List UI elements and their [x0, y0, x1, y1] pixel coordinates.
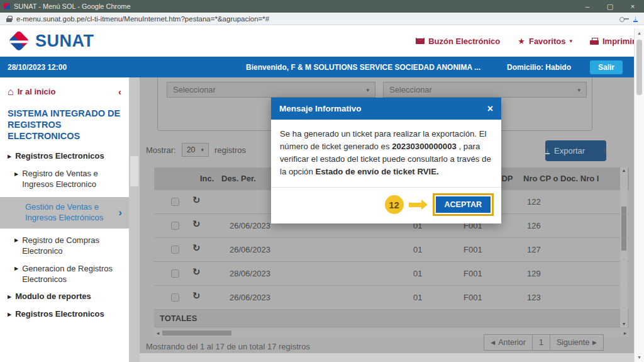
- sidebar-item-registro-ventas-ingresos[interactable]: ▶ Registro de Ventas e Ingresos Electron…: [0, 169, 129, 190]
- cell-nro: 129: [527, 269, 541, 278]
- table-row: ↻ 28/06/2023 01 F001 129: [154, 262, 629, 286]
- url-text[interactable]: e-menu.sunat.gob.pe/cl-ti-itmenu/MenuInt…: [16, 15, 269, 23]
- table-scrollbar-thumb[interactable]: [621, 206, 626, 251]
- browser-titlebar: SUNAT - Menú SOL - Google Chrome – ▢ ×: [0, 0, 644, 13]
- accept-highlight-ring: ACEPTAR: [433, 193, 494, 216]
- chevron-right-icon: ›: [118, 206, 122, 220]
- cell-serie: F001: [464, 269, 482, 278]
- page-bottom-strip: [140, 353, 634, 362]
- refresh-icon[interactable]: ↻: [192, 195, 201, 205]
- key-icon[interactable]: [619, 16, 629, 21]
- sidebar-item-label: Generacion de Registros Electronicos: [22, 264, 123, 285]
- cell-periodo: 01: [413, 269, 422, 278]
- siguiente-label: Siguiente: [557, 338, 589, 347]
- sidebar-item-label: Modulo de reportes: [15, 291, 91, 302]
- column-header-inc: Inc.: [200, 174, 214, 183]
- refresh-icon[interactable]: ↻: [192, 219, 201, 229]
- restore-button[interactable]: ▢: [599, 0, 621, 13]
- page-scrollbar[interactable]: ▴ ▾: [634, 28, 644, 362]
- triangle-right-icon: ▶: [14, 171, 18, 178]
- chevron-down-icon: ▾: [569, 38, 572, 44]
- table-row: ↻ 26/06/2023 01 F001 127: [154, 238, 629, 262]
- row-checkbox[interactable]: [171, 293, 179, 302]
- sunat-logo[interactable]: SUNAT: [9, 31, 94, 51]
- sidebar-item-registros-electronicos[interactable]: ▶ Registros Electronicos: [0, 151, 129, 162]
- scroll-down-icon[interactable]: ▾: [635, 354, 644, 360]
- url-bar[interactable]: e-menu.sunat.gob.pe/cl-ti-itmenu/MenuInt…: [0, 13, 644, 25]
- siguiente-button[interactable]: Siguiente ▶: [550, 334, 604, 351]
- table-row: ↻ 26/06/2023 01 F001 123: [154, 286, 629, 310]
- filter-select-2[interactable]: Seleccionar ▾: [383, 82, 587, 98]
- scroll-down-icon[interactable]: ▾: [620, 321, 628, 327]
- domicilio-status: Domicilio: Habido: [507, 63, 571, 72]
- sidebar-item-generacion-registros[interactable]: ▶ Generacion de Registros Electronicos: [0, 264, 129, 285]
- anterior-button[interactable]: ◀ Anterior: [484, 334, 533, 351]
- buzon-label: Buzón Electrónico: [428, 37, 500, 46]
- printer-icon: [590, 38, 599, 45]
- sidebar-item-registro-compras[interactable]: ▶ Registro de Compras Electronico: [0, 235, 129, 257]
- horizontal-scrollbar-thumb[interactable]: [162, 331, 231, 336]
- cell-date: 28/06/2023: [230, 269, 270, 278]
- download-icon[interactable]: ↓: [633, 15, 638, 22]
- lock-icon: [6, 16, 12, 22]
- column-header-des-per: Des. Per.: [221, 174, 256, 183]
- sidebar: ⌂ Ir al inicio ‹ SISTEMA INTEGRADO DE RE…: [0, 77, 129, 362]
- cell-date: 26/06/2023: [230, 221, 270, 230]
- favoritos-menu[interactable]: ★ Favoritos ▾: [518, 37, 572, 46]
- minimize-button[interactable]: –: [576, 0, 599, 13]
- refresh-icon[interactable]: ↻: [192, 267, 201, 276]
- favoritos-label: Favoritos: [529, 37, 566, 46]
- row-checkbox[interactable]: [171, 198, 179, 206]
- sidebar-scrollbar[interactable]: [129, 77, 140, 362]
- scroll-left-icon[interactable]: ◂: [154, 330, 162, 336]
- home-icon: ⌂: [8, 88, 14, 96]
- refresh-icon[interactable]: ↻: [192, 243, 201, 252]
- scroll-up-icon[interactable]: ▴: [635, 30, 644, 36]
- table-vertical-scrollbar[interactable]: ▴ ▾: [620, 167, 628, 327]
- row-checkbox[interactable]: [171, 222, 179, 230]
- row-checkbox[interactable]: [171, 246, 179, 254]
- modal-close-icon[interactable]: ×: [487, 104, 493, 114]
- scroll-right-icon[interactable]: ▸: [621, 330, 629, 336]
- cell-nro: 122: [527, 197, 541, 206]
- cell-date: 26/06/2023: [230, 293, 270, 302]
- page-number-button[interactable]: 1: [533, 334, 550, 351]
- triangle-right-icon: ▶: [14, 237, 18, 244]
- modal-title: Mensaje Informativo: [279, 104, 362, 113]
- scroll-up-icon[interactable]: ▴: [620, 167, 628, 174]
- imprimir-link[interactable]: Imprimir: [590, 37, 635, 46]
- exportar-button[interactable]: ↓ Exportar ▾: [545, 140, 606, 161]
- mostrar-label: Mostrar:: [146, 145, 176, 155]
- welcome-text: Bienvenido, F & M SOLUTIONS SERVICE SOCI…: [246, 63, 480, 72]
- sidebar-item-modulo-reportes[interactable]: ▶ Modulo de reportes: [0, 291, 129, 302]
- triangle-right-icon: ▶: [14, 266, 18, 272]
- exportar-label: Exportar: [554, 146, 585, 156]
- salir-button[interactable]: Salir: [590, 60, 623, 74]
- row-checkbox[interactable]: [171, 269, 179, 278]
- triangle-right-icon: ▶: [8, 312, 11, 318]
- sidebar-item-gestion-ventas-active[interactable]: Gestión de Ventas e Ingresos Electrónico…: [0, 197, 129, 229]
- sunat-logo-text: SUNAT: [35, 31, 94, 51]
- refresh-icon[interactable]: ↻: [192, 291, 201, 300]
- cell-serie: F001: [464, 293, 482, 302]
- collapse-sidebar-icon[interactable]: ‹: [118, 86, 121, 97]
- ticket-number: 20230300000003: [392, 142, 457, 151]
- modal-text-bold: Estado de envío de ticket RVIE.: [315, 167, 438, 176]
- cell-serie: F001: [464, 245, 482, 254]
- sidebar-scrollbar-thumb[interactable]: [130, 156, 138, 186]
- sidebar-item-registros-electronicos-2[interactable]: ▶ Registros Electronicos: [0, 309, 129, 320]
- page-size-select[interactable]: 20 ▾: [182, 143, 209, 157]
- sunat-favicon-icon: [4, 3, 10, 9]
- prev-arrow-icon: ◀: [491, 339, 495, 346]
- page-scrollbar-thumb[interactable]: [636, 40, 642, 95]
- close-button[interactable]: ×: [621, 0, 644, 13]
- buzon-electronico-link[interactable]: Buzón Electrónico: [416, 37, 500, 46]
- sidebar-item-ir-al-inicio[interactable]: ⌂ Ir al inicio ‹: [0, 86, 129, 97]
- totales-row: TOTALES: [154, 310, 629, 327]
- aceptar-button[interactable]: ACEPTAR: [436, 196, 491, 213]
- sidebar-item-label: Registros Electronicos: [15, 151, 104, 162]
- filter-select-1[interactable]: Seleccionar ▾: [167, 82, 375, 98]
- cell-nro: 126: [527, 221, 541, 230]
- sidebar-item-label: Gestión de Ventas e Ingresos Electrónico…: [25, 202, 103, 222]
- anterior-label: Anterior: [498, 338, 526, 347]
